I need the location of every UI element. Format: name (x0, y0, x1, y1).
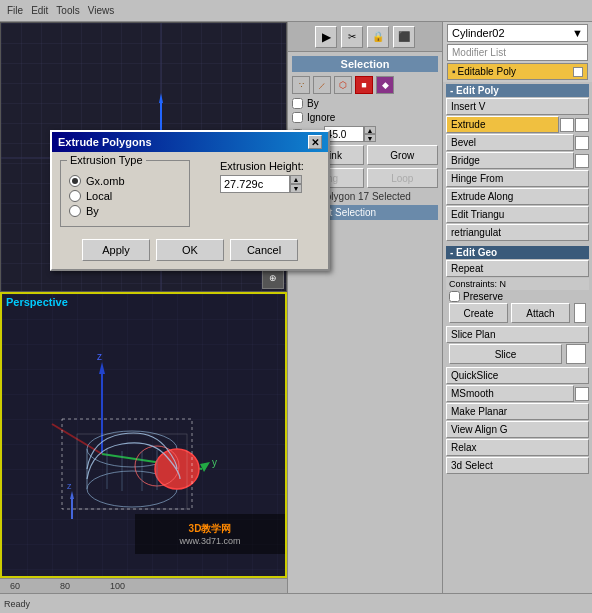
bevel-row: Bevel (446, 134, 589, 151)
insert-vertex-button[interactable]: Insert V (446, 98, 589, 115)
edit-poly-rollout-header[interactable]: - Edit Poly (446, 84, 589, 97)
bottom-ruler: 60 80 100 (0, 578, 287, 593)
editable-poly-row[interactable]: ▪ Editable Poly (447, 63, 588, 80)
ignore-checkbox[interactable] (292, 112, 303, 123)
retriangulate-button[interactable]: retriangulat (446, 224, 589, 241)
edit-triangulation-button[interactable]: Edit Triangu (446, 206, 589, 223)
bevel-button[interactable]: Bevel (446, 134, 574, 151)
preserve-label: Preserve (463, 291, 503, 302)
preserve-row: Preserve (446, 290, 589, 303)
border-sel-icon[interactable]: ⬡ (334, 76, 352, 94)
cut-btn[interactable]: ✂ (341, 26, 363, 48)
command-panel-top: Cylinder02 ▼ Modifier List ▪ Editable Po… (443, 22, 592, 82)
loop-button[interactable]: Loop (367, 168, 439, 188)
extrusion-height-label: Extrusion Height: (220, 160, 304, 172)
object-name-dropdown[interactable]: Cylinder02 ▼ (447, 24, 588, 42)
create-button[interactable]: Create (449, 303, 508, 323)
middle-panel: ▶ ✂ 🔒 ⬛ Selection ∵ ⟋ ⬡ ■ ◆ (287, 22, 442, 593)
constraints-label: Constraints: N (449, 279, 506, 289)
3d-select-button[interactable]: 3d Select (446, 457, 589, 474)
menu-edit[interactable]: Edit (28, 5, 51, 16)
radio-local[interactable] (69, 190, 81, 202)
slice-check[interactable] (566, 344, 586, 364)
height-input[interactable] (220, 175, 290, 193)
radio-gxomb-row: Gx.omb (69, 175, 181, 187)
slice-button[interactable]: Slice (449, 344, 562, 364)
editable-poly-check[interactable] (573, 67, 583, 77)
status-text: Ready (4, 599, 30, 609)
element-sel-icon[interactable]: ◆ (376, 76, 394, 94)
extrude-along-button[interactable]: Extrude Along (446, 188, 589, 205)
preserve-checkbox[interactable] (449, 291, 460, 302)
msmooth-button[interactable]: MSmooth (446, 385, 574, 402)
extrude-row: Extrude (446, 116, 589, 133)
attach-button[interactable]: Attach (511, 303, 570, 323)
dialog-content: Extrusion Type Gx.omb Local (52, 152, 328, 269)
export-btn[interactable]: ⬛ (393, 26, 415, 48)
modifier-list-dropdown[interactable]: Modifier List (447, 44, 588, 61)
dialog-overlay: Extrude Polygons ✕ Extrusion Type Gx.omb (50, 130, 330, 271)
apply-button[interactable]: Apply (82, 239, 150, 261)
height-spin-down[interactable]: ▼ (290, 184, 302, 193)
selection-icons: ∵ ⟋ ⬡ ■ ◆ (292, 76, 438, 94)
repeat-row: Repeat (446, 260, 589, 277)
relax-button[interactable]: Relax (446, 439, 589, 456)
bevel-settings[interactable] (575, 136, 589, 150)
svg-text:z: z (97, 351, 102, 362)
top-toolbar: File Edit Tools Views (0, 0, 592, 22)
radio-gxomb[interactable] (69, 175, 81, 187)
bridge-settings[interactable] (575, 154, 589, 168)
repeat-button[interactable]: Repeat (446, 260, 589, 277)
radio-by[interactable] (69, 205, 81, 217)
extrude-check2[interactable] (575, 118, 589, 132)
menu-views[interactable]: Views (85, 5, 118, 16)
extrusion-type-group: Extrusion Type Gx.omb Local (60, 160, 190, 227)
grow-button[interactable]: Grow (367, 145, 439, 165)
radio-by-label: By (86, 205, 99, 217)
dialog-titlebar: Extrude Polygons ✕ (52, 132, 328, 152)
by-label: By (307, 98, 319, 109)
slice-row: Slice (446, 344, 589, 364)
bridge-row: Bridge (446, 152, 589, 169)
ok-button[interactable]: OK (156, 239, 224, 261)
angle-spin-down[interactable]: ▼ (364, 134, 376, 142)
dialog-close-button[interactable]: ✕ (308, 135, 322, 149)
hinge-from-button[interactable]: Hinge From (446, 170, 589, 187)
perspective-viewport-label: Perspective (6, 296, 68, 308)
quick-slice-button[interactable]: QuickSlice (446, 367, 589, 384)
radio-gxomb-label: Gx.omb (86, 175, 125, 187)
selection-header: Selection (292, 56, 438, 72)
retriangulate-row: retriangulat (446, 224, 589, 241)
edit-poly-rollout-label: - Edit Poly (450, 85, 499, 96)
status-bar: Ready (0, 593, 592, 613)
extrude-button[interactable]: Extrude (446, 116, 559, 133)
extrude-settings[interactable] (560, 118, 574, 132)
edit-geo-rollout-header[interactable]: - Edit Geo (446, 246, 589, 259)
msmooth-check[interactable] (575, 387, 589, 401)
lock-btn[interactable]: 🔒 (367, 26, 389, 48)
edge-sel-icon[interactable]: ⟋ (313, 76, 331, 94)
poly-sel-icon[interactable]: ■ (355, 76, 373, 94)
view-align-button[interactable]: View Align G (446, 421, 589, 438)
menu-file[interactable]: File (4, 5, 26, 16)
right-panel: Cylinder02 ▼ Modifier List ▪ Editable Po… (442, 22, 592, 593)
attach-settings[interactable] (574, 303, 586, 323)
menu-tools[interactable]: Tools (53, 5, 82, 16)
dropdown-arrow: ▼ (572, 27, 583, 39)
edit-geo-rollout-label: - Edit Geo (450, 247, 497, 258)
vertex-sel-icon[interactable]: ∵ (292, 76, 310, 94)
edit-geo-section: - Edit Geo Repeat Constraints: N Preserv… (443, 244, 592, 477)
play-btn[interactable]: ▶ (315, 26, 337, 48)
dialog-buttons: Apply OK Cancel (60, 239, 320, 261)
angle-spin-up[interactable]: ▲ (364, 126, 376, 134)
make-planar-button[interactable]: Make Planar (446, 403, 589, 420)
bridge-button[interactable]: Bridge (446, 152, 574, 169)
cancel-button[interactable]: Cancel (230, 239, 298, 261)
height-spin-up[interactable]: ▲ (290, 175, 302, 184)
viewport-perspective[interactable]: Perspective z (0, 292, 287, 578)
make-planar-row: Make Planar (446, 403, 589, 420)
by-checkbox[interactable] (292, 98, 303, 109)
height-spinner: ▲ ▼ (290, 175, 302, 193)
slice-plane-button[interactable]: Slice Plan (446, 326, 589, 343)
radio-local-label: Local (86, 190, 112, 202)
